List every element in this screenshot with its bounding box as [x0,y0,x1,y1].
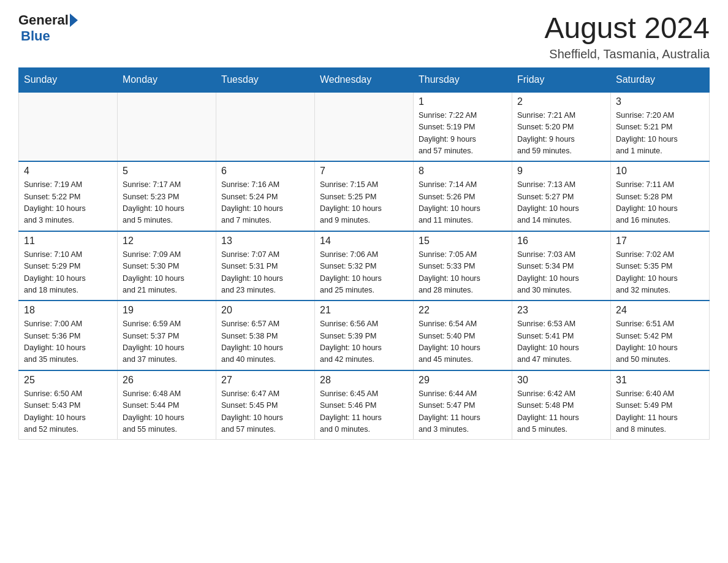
day-number: 5 [123,166,211,177]
page-header: General Blue August 2024 Sheffield, Tasm… [18,12,710,61]
calendar-cell: 31Sunrise: 6:40 AM Sunset: 5:49 PM Dayli… [611,370,710,440]
calendar-cell: 27Sunrise: 6:47 AM Sunset: 5:45 PM Dayli… [216,370,315,440]
calendar-cell: 18Sunrise: 7:00 AM Sunset: 5:36 PM Dayli… [19,301,118,370]
day-info: Sunrise: 7:11 AM Sunset: 5:28 PM Dayligh… [616,179,704,227]
day-info: Sunrise: 7:13 AM Sunset: 5:27 PM Dayligh… [517,179,605,227]
calendar-cell: 29Sunrise: 6:44 AM Sunset: 5:47 PM Dayli… [414,370,512,440]
calendar-cell: 24Sunrise: 6:51 AM Sunset: 5:42 PM Dayli… [611,301,710,370]
calendar-week-2: 4Sunrise: 7:19 AM Sunset: 5:22 PM Daylig… [19,161,710,231]
calendar-cell: 22Sunrise: 6:54 AM Sunset: 5:40 PM Dayli… [414,301,512,370]
day-number: 26 [123,375,211,386]
calendar-cell: 14Sunrise: 7:06 AM Sunset: 5:32 PM Dayli… [315,231,414,301]
calendar-cell: 5Sunrise: 7:17 AM Sunset: 5:23 PM Daylig… [118,161,216,231]
day-number: 30 [517,375,605,386]
day-number: 14 [320,236,408,247]
day-number: 1 [419,96,507,107]
day-number: 11 [24,236,112,247]
day-info: Sunrise: 7:10 AM Sunset: 5:29 PM Dayligh… [24,249,112,297]
calendar-header-row: SundayMondayTuesdayWednesdayThursdayFrid… [19,67,710,92]
day-info: Sunrise: 6:47 AM Sunset: 5:45 PM Dayligh… [221,388,309,436]
day-info: Sunrise: 6:42 AM Sunset: 5:48 PM Dayligh… [517,388,605,436]
day-info: Sunrise: 7:03 AM Sunset: 5:34 PM Dayligh… [517,249,605,297]
day-info: Sunrise: 7:21 AM Sunset: 5:20 PM Dayligh… [517,110,605,158]
day-info: Sunrise: 7:06 AM Sunset: 5:32 PM Dayligh… [320,249,408,297]
calendar-cell: 15Sunrise: 7:05 AM Sunset: 5:33 PM Dayli… [414,231,512,301]
logo: General Blue [18,12,78,44]
day-number: 12 [123,236,211,247]
day-number: 2 [517,96,605,107]
calendar-cell: 7Sunrise: 7:15 AM Sunset: 5:25 PM Daylig… [315,161,414,231]
calendar-cell: 16Sunrise: 7:03 AM Sunset: 5:34 PM Dayli… [512,231,611,301]
calendar-table: SundayMondayTuesdayWednesdayThursdayFrid… [18,67,710,440]
day-number: 25 [24,375,112,386]
day-number: 9 [517,166,605,177]
calendar-cell: 12Sunrise: 7:09 AM Sunset: 5:30 PM Dayli… [118,231,216,301]
calendar-cell [19,92,118,162]
day-info: Sunrise: 7:05 AM Sunset: 5:33 PM Dayligh… [419,249,507,297]
calendar-cell: 17Sunrise: 7:02 AM Sunset: 5:35 PM Dayli… [611,231,710,301]
day-info: Sunrise: 6:56 AM Sunset: 5:39 PM Dayligh… [320,318,408,366]
day-info: Sunrise: 7:02 AM Sunset: 5:35 PM Dayligh… [616,249,704,297]
day-number: 16 [517,236,605,247]
day-info: Sunrise: 6:53 AM Sunset: 5:41 PM Dayligh… [517,318,605,366]
day-number: 19 [123,305,211,316]
weekday-header-thursday: Thursday [414,67,512,92]
calendar-cell [315,92,414,162]
title-area: August 2024 Sheffield, Tasmania, Austral… [544,12,710,61]
calendar-cell: 26Sunrise: 6:48 AM Sunset: 5:44 PM Dayli… [118,370,216,440]
day-info: Sunrise: 7:14 AM Sunset: 5:26 PM Dayligh… [419,179,507,227]
calendar-cell: 3Sunrise: 7:20 AM Sunset: 5:21 PM Daylig… [611,92,710,162]
day-info: Sunrise: 6:54 AM Sunset: 5:40 PM Dayligh… [419,318,507,366]
day-info: Sunrise: 6:40 AM Sunset: 5:49 PM Dayligh… [616,388,704,436]
day-info: Sunrise: 6:59 AM Sunset: 5:37 PM Dayligh… [123,318,211,366]
weekday-header-tuesday: Tuesday [216,67,315,92]
day-number: 22 [419,305,507,316]
day-number: 3 [616,96,704,107]
day-number: 10 [616,166,704,177]
calendar-cell: 4Sunrise: 7:19 AM Sunset: 5:22 PM Daylig… [19,161,118,231]
day-info: Sunrise: 6:51 AM Sunset: 5:42 PM Dayligh… [616,318,704,366]
day-number: 28 [320,375,408,386]
day-number: 17 [616,236,704,247]
calendar-cell: 23Sunrise: 6:53 AM Sunset: 5:41 PM Dayli… [512,301,611,370]
day-info: Sunrise: 7:16 AM Sunset: 5:24 PM Dayligh… [221,179,309,227]
day-number: 29 [419,375,507,386]
day-info: Sunrise: 7:09 AM Sunset: 5:30 PM Dayligh… [123,249,211,297]
day-number: 6 [221,166,309,177]
day-info: Sunrise: 7:15 AM Sunset: 5:25 PM Dayligh… [320,179,408,227]
logo-blue-text: Blue [21,28,50,44]
day-info: Sunrise: 6:48 AM Sunset: 5:44 PM Dayligh… [123,388,211,436]
day-number: 21 [320,305,408,316]
calendar-cell: 11Sunrise: 7:10 AM Sunset: 5:29 PM Dayli… [19,231,118,301]
logo-general-text: General [18,12,69,28]
calendar-cell: 6Sunrise: 7:16 AM Sunset: 5:24 PM Daylig… [216,161,315,231]
day-number: 24 [616,305,704,316]
day-number: 31 [616,375,704,386]
day-number: 18 [24,305,112,316]
calendar-cell: 21Sunrise: 6:56 AM Sunset: 5:39 PM Dayli… [315,301,414,370]
weekday-header-saturday: Saturday [611,67,710,92]
day-info: Sunrise: 6:45 AM Sunset: 5:46 PM Dayligh… [320,388,408,436]
day-number: 7 [320,166,408,177]
weekday-header-wednesday: Wednesday [315,67,414,92]
day-number: 13 [221,236,309,247]
day-number: 23 [517,305,605,316]
day-number: 15 [419,236,507,247]
calendar-week-3: 11Sunrise: 7:10 AM Sunset: 5:29 PM Dayli… [19,231,710,301]
day-number: 4 [24,166,112,177]
weekday-header-monday: Monday [118,67,216,92]
location-subtitle: Sheffield, Tasmania, Australia [544,47,710,61]
day-info: Sunrise: 7:07 AM Sunset: 5:31 PM Dayligh… [221,249,309,297]
calendar-cell: 30Sunrise: 6:42 AM Sunset: 5:48 PM Dayli… [512,370,611,440]
day-info: Sunrise: 7:22 AM Sunset: 5:19 PM Dayligh… [419,110,507,158]
calendar-week-4: 18Sunrise: 7:00 AM Sunset: 5:36 PM Dayli… [19,301,710,370]
day-number: 20 [221,305,309,316]
day-info: Sunrise: 7:19 AM Sunset: 5:22 PM Dayligh… [24,179,112,227]
calendar-cell: 13Sunrise: 7:07 AM Sunset: 5:31 PM Dayli… [216,231,315,301]
calendar-cell: 20Sunrise: 6:57 AM Sunset: 5:38 PM Dayli… [216,301,315,370]
calendar-cell: 8Sunrise: 7:14 AM Sunset: 5:26 PM Daylig… [414,161,512,231]
calendar-cell: 19Sunrise: 6:59 AM Sunset: 5:37 PM Dayli… [118,301,216,370]
day-number: 8 [419,166,507,177]
month-year-title: August 2024 [544,12,710,45]
day-info: Sunrise: 7:17 AM Sunset: 5:23 PM Dayligh… [123,179,211,227]
